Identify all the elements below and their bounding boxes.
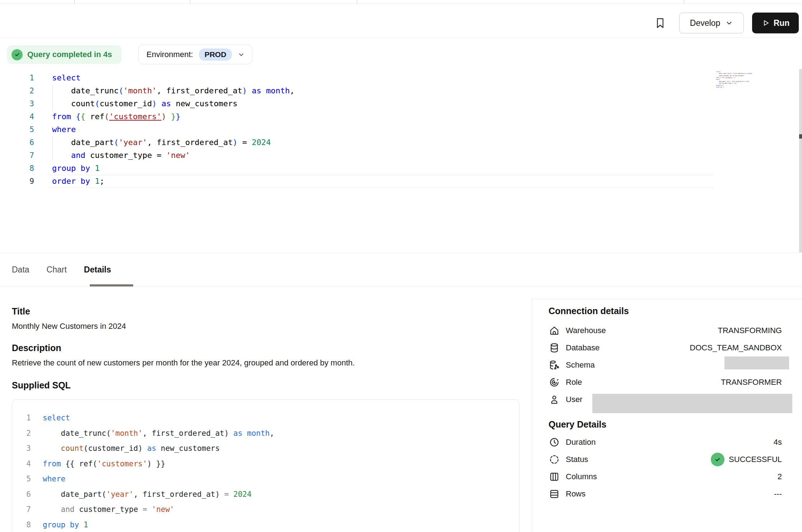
- row-label: Columns: [566, 472, 597, 481]
- scrollbar-thumb[interactable]: [799, 134, 802, 139]
- row-label-group: Role: [549, 377, 582, 388]
- code-line: 1select: [12, 410, 519, 426]
- row-label: User: [566, 395, 582, 404]
- supplied-sql-heading: Supplied SQL: [12, 380, 532, 391]
- editor-scrollbar[interactable]: [799, 69, 802, 252]
- row-value: 4s: [774, 438, 782, 447]
- columns-icon: [549, 471, 560, 482]
- row-value-text: ---: [774, 489, 782, 499]
- row-label: Rows: [566, 489, 586, 499]
- tab-divider: [74, 0, 75, 4]
- check-circle-icon: [11, 49, 23, 60]
- details-pane: Title Monthly New Customers in 2024 Desc…: [0, 287, 532, 532]
- code-text: and customer_type = 'new': [52, 149, 190, 162]
- columns-row: Columns2: [549, 468, 782, 485]
- row-label-group: User: [549, 394, 582, 405]
- row-label-group: Rows: [549, 489, 586, 500]
- code-line: 2 date_trunc('month', first_ordered_at) …: [0, 84, 802, 97]
- description-heading: Description: [12, 342, 532, 353]
- row-label: Duration: [566, 438, 596, 447]
- connection-panel: Connection details WarehouseTRANSFORMING…: [532, 299, 802, 532]
- minimap-code: select date_trunc('month', first_ordered…: [716, 71, 723, 88]
- database-icon: [549, 342, 560, 354]
- active-tab-underline: [90, 284, 133, 286]
- line-number: 8: [12, 521, 31, 529]
- row-label-group: Duration: [549, 437, 596, 448]
- database-row: DatabaseDOCS_TEAM_SANDBOX: [549, 339, 782, 356]
- code-text: date_part('year', first_ordered_at) = 20…: [43, 490, 252, 499]
- code-line: 3 count(customer_id) as new_customers: [0, 97, 802, 110]
- tab-details[interactable]: Details: [84, 265, 111, 275]
- code-line: 8group by 1: [0, 162, 802, 175]
- code-text: count(customer_id) as new_customers: [52, 97, 238, 110]
- chevron-down-icon: [725, 19, 733, 27]
- row-value-text: 2: [778, 472, 782, 481]
- line-number: 6: [12, 490, 31, 499]
- code-line: 5where: [0, 123, 802, 136]
- row-value: ---: [774, 489, 782, 499]
- run-button[interactable]: Run: [752, 13, 799, 33]
- row-label-group: Database: [549, 342, 600, 354]
- description-value: Retrieve the count of new customers per …: [12, 358, 532, 368]
- code-line: 6 date_part('year', first_ordered_at) = …: [0, 136, 802, 149]
- row-value-text: SUCCESSFUL: [729, 455, 782, 464]
- duration-icon: [549, 437, 560, 448]
- chevron-down-icon: [238, 51, 245, 58]
- line-number: 1: [0, 71, 34, 84]
- status-icon: [549, 454, 560, 465]
- develop-dropdown-button[interactable]: Develop: [679, 13, 744, 33]
- row-value-text: 4s: [774, 438, 782, 447]
- code-line: 5where: [12, 471, 519, 487]
- line-number: 3: [12, 444, 31, 453]
- environment-value-badge: PROD: [199, 48, 232, 61]
- code-text: select: [43, 414, 70, 422]
- bookmark-button[interactable]: [654, 15, 670, 31]
- result-tabbar: DataChartDetails: [0, 253, 802, 287]
- code-text: order by 1;: [52, 175, 104, 188]
- line-number: 5: [0, 123, 34, 136]
- line-number: 7: [0, 149, 34, 162]
- code-line: 8group by 1: [12, 517, 519, 532]
- editor-code-lines: 1select2 date_trunc('month', first_order…: [0, 71, 802, 188]
- result-tabs: DataChartDetails: [0, 253, 802, 286]
- row-label-group: Schema: [549, 360, 595, 371]
- line-number: 4: [12, 459, 31, 468]
- line-number: 7: [12, 505, 31, 514]
- code-text: from {{ ref('customers') }}: [52, 110, 181, 123]
- editor-minimap[interactable]: select date_trunc('month', first_ordered…: [716, 71, 763, 89]
- supplied-sql-lines: 1select2 date_trunc('month', first_order…: [12, 410, 519, 532]
- warehouse-icon: [549, 325, 560, 336]
- code-text: date_part('year', first_ordered_at) = 20…: [52, 136, 271, 149]
- play-icon: [761, 19, 770, 27]
- tab-data[interactable]: Data: [12, 265, 29, 275]
- code-text: date_trunc('month', first_ordered_at) as…: [52, 84, 295, 97]
- user-icon: [549, 394, 560, 405]
- user-value-redacted: [592, 394, 792, 413]
- environment-selector[interactable]: Environment: PROD: [138, 45, 252, 64]
- develop-label: Develop: [690, 18, 720, 28]
- line-number: 1: [12, 414, 31, 422]
- row-label: Role: [566, 378, 582, 387]
- code-text: where: [43, 475, 65, 483]
- sql-editor[interactable]: 1select2 date_trunc('month', first_order…: [0, 71, 802, 190]
- code-line: 4from {{ ref('customers') }}: [0, 110, 802, 123]
- tab-chart[interactable]: Chart: [47, 265, 67, 275]
- schema-icon: [549, 360, 560, 371]
- query-status-row: Query completed in 4s Environment: PROD: [0, 38, 802, 70]
- query-status-text: Query completed in 4s: [27, 50, 112, 59]
- row-value: SUCCESSFUL: [711, 453, 782, 466]
- row-label-group: Warehouse: [549, 325, 606, 336]
- warehouse-row: WarehouseTRANSFORMING: [549, 322, 782, 339]
- code-text: count(customer_id) as new_customers: [43, 444, 220, 453]
- code-text: from {{ ref('customers') }}: [43, 459, 165, 468]
- minimap-line: order by 1;: [716, 86, 723, 88]
- code-text: and customer_type = 'new': [43, 505, 174, 514]
- code-line: 2 date_trunc('month', first_ordered_at) …: [12, 426, 519, 441]
- title-heading: Title: [12, 306, 532, 317]
- schema-value-redacted: [724, 356, 789, 369]
- run-label: Run: [774, 18, 790, 28]
- code-text: group by 1: [52, 162, 99, 175]
- query-details-rows: Duration4sStatusSUCCESSFULColumns2Rows--…: [549, 434, 782, 503]
- row-label: Status: [566, 455, 588, 464]
- code-line: 6 date_part('year', first_ordered_at) = …: [12, 487, 519, 502]
